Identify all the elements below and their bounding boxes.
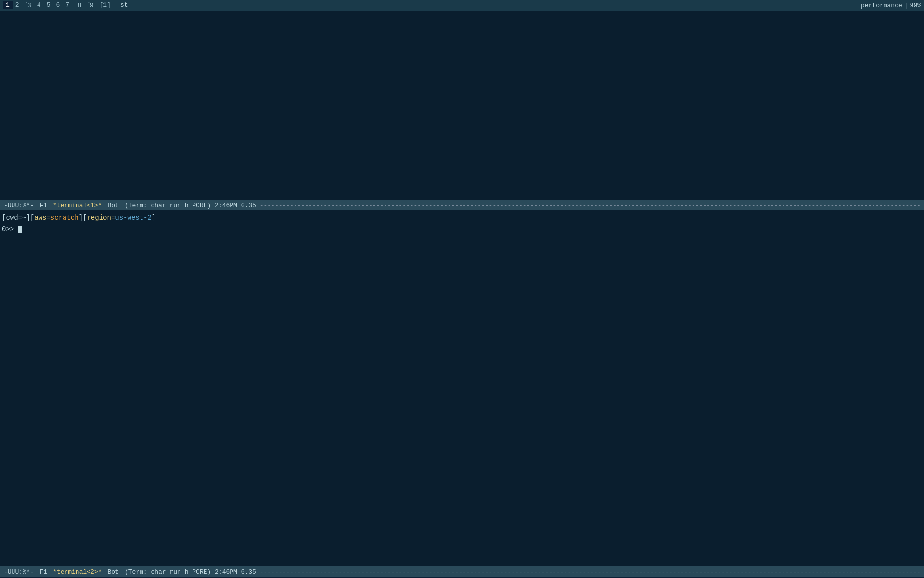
tab-5[interactable]: 5 (44, 1, 53, 9)
prompt-line-2[interactable]: 0>> (0, 224, 924, 236)
aws-value: scratch (51, 214, 79, 222)
performance-label: performance (861, 2, 902, 9)
status-f1-1: F1 (39, 202, 47, 209)
bracket-close-cwd: ] (26, 214, 30, 222)
status-dashes-2: ----------------------------------------… (256, 568, 920, 576)
tab-8[interactable]: °8 (72, 1, 84, 9)
status-mode-2: -UUU:%*- (4, 568, 34, 576)
region-key: region= (87, 214, 115, 222)
status-f1-2: F1 (39, 568, 47, 576)
top-bar-right: performance | 99% (861, 2, 921, 9)
separator: | (904, 2, 908, 9)
status-pos-2: Bot (107, 568, 118, 576)
tab-1[interactable]: 1 (3, 1, 13, 9)
status-mode-1: -UUU:%*- (4, 202, 34, 209)
status-bar-1-left: -UUU:%*- F1 *terminal<1>* Bot (Term: cha… (4, 202, 256, 209)
aws-key: aws= (34, 214, 51, 222)
tab-9[interactable]: °9 (84, 1, 96, 9)
cursor (18, 226, 22, 233)
status-term-1: (Term: char run h PCRE) 2:46PM 0.35 (125, 202, 256, 209)
region-value: us-west-2 (115, 214, 152, 222)
status-bar-2-content: -UUU:%*- F1 *terminal<2>* Bot (Term: cha… (4, 568, 920, 576)
status-buffer-1: *terminal<1>* (53, 202, 102, 209)
status-pos-1: Bot (107, 202, 118, 209)
status-bar-2-left: -UUU:%*- F1 *terminal<2>* Bot (Term: cha… (4, 568, 256, 576)
prompt-indicator: 0>> (2, 225, 18, 233)
tab-6[interactable]: 6 (53, 1, 63, 9)
status-bar-2: -UUU:%*- F1 *terminal<2>* Bot (Term: cha… (0, 566, 924, 577)
bracket-close-region: ] (152, 214, 155, 222)
bracket-close-aws: ] (79, 214, 83, 222)
tab-7[interactable]: 7 (63, 1, 72, 9)
window-title: st (117, 1, 131, 9)
tab-3[interactable]: °3 (22, 1, 34, 9)
prompt-line-1: [cwd=~][aws=scratch][region=us-west-2] (0, 212, 924, 224)
status-dashes-1: ----------------------------------------… (256, 202, 920, 209)
cwd-text: cwd=~ (6, 214, 26, 222)
tab-2[interactable]: 2 (13, 1, 22, 9)
lower-terminal-pane[interactable]: [cwd=~][aws=scratch][region=us-west-2] 0… (0, 210, 924, 566)
status-buffer-2: *terminal<2>* (53, 568, 102, 576)
top-bar-left: 1 2 °3 4 5 6 7 °8 °9 [1] st (3, 1, 131, 9)
status-bar-1-content: -UUU:%*- F1 *terminal<1>* Bot (Term: cha… (4, 202, 920, 209)
bracket-open-aws: [ (30, 214, 34, 222)
top-bar: 1 2 °3 4 5 6 7 °8 °9 [1] st performance … (0, 0, 924, 11)
status-bar-1: -UUU:%*- F1 *terminal<1>* Bot (Term: cha… (0, 200, 924, 210)
tab-4[interactable]: 4 (34, 1, 44, 9)
tab-group-1[interactable]: [1] (97, 1, 114, 9)
status-term-2: (Term: char run h PCRE) 2:46PM 0.35 (125, 568, 256, 576)
upper-terminal-pane[interactable] (0, 11, 924, 200)
battery-indicator: 99% (910, 2, 921, 9)
